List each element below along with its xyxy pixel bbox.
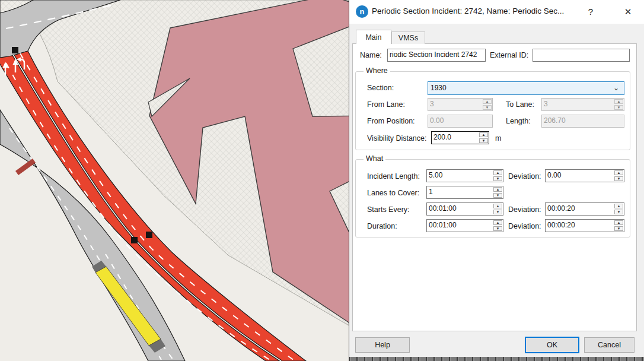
spin-up-button[interactable]: ▲ [493,187,502,192]
starts-every-value: 00:01:00 [427,203,493,215]
starts-every-spinbox[interactable]: 00:01:00 ▲▼ [426,202,503,216]
spin-up-button[interactable]: ▲ [614,220,623,225]
spin-down-button[interactable]: ▼ [493,226,502,231]
tab-main[interactable]: Main [356,30,391,44]
app-icon: n [356,5,368,18]
duration-deviation-spinbox[interactable]: 00:00:20 ▲▼ [545,219,624,232]
starts-deviation-label: Deviation: [508,205,541,214]
spin-up-button[interactable]: ▲ [614,170,623,175]
starts-every-label: Starts Every: [367,205,410,214]
close-icon[interactable]: ✕ [619,5,637,19]
incident-deviation-value: 0.00 [546,170,614,182]
to-lane-value: 3 [542,99,614,110]
ok-button[interactable]: OK [525,337,579,353]
from-position-field: 0.00 [428,115,493,128]
tab-vmss[interactable]: VMSs [391,31,425,44]
visibility-unit-label: m [495,134,501,142]
spin-down-button[interactable]: ▼ [479,138,488,143]
cancel-button[interactable]: Cancel [584,337,635,353]
section-label: Section: [367,84,394,92]
duration-label: Duration: [367,222,397,230]
spin-up-button[interactable]: ▲ [493,220,502,225]
from-position-label: From Position: [367,117,415,125]
name-input[interactable]: riodic Section Incident 2742 [387,49,486,62]
dialog-title: Periodic Section Incident: 2742, Name: P… [372,7,564,15]
application-window: n Periodic Section Incident: 2742, Name:… [0,0,644,361]
external-id-label: External ID: [490,51,528,59]
spin-down-icon: ▼ [483,105,492,110]
dialog-titlebar[interactable]: n Periodic Section Incident: 2742, Name:… [349,0,644,24]
spin-up-button[interactable]: ▲ [614,204,623,208]
duration-value: 00:01:00 [427,220,493,232]
periodic-section-incident-dialog: n Periodic Section Incident: 2742, Name:… [349,0,644,357]
help-button[interactable]: Help [355,337,410,353]
help-icon[interactable]: ? [582,5,600,19]
length-label: Length: [506,117,531,125]
incident-length-value: 5.00 [427,170,493,182]
duration-spinbox[interactable]: 00:01:00 ▲▼ [426,219,503,232]
length-field: 206.70 [541,115,624,128]
to-lane-spinbox: 3 ▲▼ [541,98,624,111]
spin-up-button[interactable]: ▲ [493,170,502,175]
from-lane-value: 3 [428,99,482,110]
lanes-to-cover-value: 1 [427,186,493,198]
incident-endpoint-marker[interactable] [146,232,152,238]
duration-deviation-label: Deviation: [508,222,541,230]
from-lane-spinbox: 3 ▲▼ [428,98,493,111]
chevron-down-icon[interactable]: ⌄ [608,82,624,94]
spin-down-button[interactable]: ▼ [614,226,623,231]
map-canvas[interactable] [0,0,349,361]
spin-down-icon: ▼ [614,105,623,110]
spin-down-button[interactable]: ▼ [493,193,502,198]
spin-up-icon: ▲ [483,99,492,104]
section-combobox[interactable]: 1930 ⌄ [428,81,624,95]
spin-up-icon: ▲ [614,99,623,104]
visibility-distance-label: Visibility Distance: [367,134,427,142]
visibility-distance-spinbox[interactable]: 200.0 ▲▼ [431,131,489,144]
what-group-title: What [364,154,385,163]
incident-endpoint-marker[interactable] [131,237,138,243]
incident-length-spinbox[interactable]: 5.00 ▲▼ [426,169,503,182]
lanes-to-cover-label: Lanes to Cover: [367,189,419,197]
starts-deviation-value: 00:00:20 [546,203,614,215]
spin-down-button[interactable]: ▼ [493,176,502,181]
spin-down-button[interactable]: ▼ [614,176,623,181]
name-label: Name: [360,51,382,59]
from-lane-label: From Lane: [367,100,405,109]
spin-down-button[interactable]: ▼ [614,210,623,214]
section-value: 1930 [428,82,608,94]
duration-deviation-value: 00:00:20 [546,220,614,232]
starts-deviation-spinbox[interactable]: 00:00:20 ▲▼ [545,202,624,216]
where-group-title: Where [364,66,390,75]
spin-up-button[interactable]: ▲ [479,132,488,137]
incident-deviation-label: Deviation: [508,172,541,180]
to-lane-label: To Lane: [506,100,534,109]
lanes-to-cover-spinbox[interactable]: 1 ▲▼ [426,186,503,199]
spin-down-button[interactable]: ▼ [493,210,502,214]
external-id-input[interactable] [533,49,630,62]
incident-endpoint-marker[interactable] [12,47,18,53]
window-bottom-edge [349,357,644,361]
incident-deviation-spinbox[interactable]: 0.00 ▲▼ [545,169,624,182]
incident-length-label: Incident Length: [367,172,420,180]
spin-up-button[interactable]: ▲ [493,204,502,208]
visibility-distance-value: 200.0 [432,132,479,144]
